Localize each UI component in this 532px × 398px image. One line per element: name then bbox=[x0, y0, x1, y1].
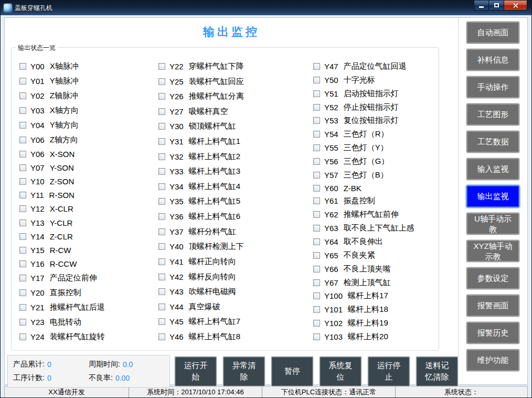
window-title: 盖板穿螺孔机 bbox=[15, 4, 52, 13]
output-checkbox[interactable] bbox=[313, 266, 320, 273]
action-button-pause[interactable]: 暂停 bbox=[271, 357, 313, 386]
output-checkbox[interactable] bbox=[19, 289, 26, 296]
output-checkbox[interactable] bbox=[19, 122, 26, 129]
output-checkbox[interactable] bbox=[19, 247, 26, 254]
output-checkbox[interactable] bbox=[313, 279, 320, 286]
sidebar-button-parameter-settings[interactable]: 参数设定 bbox=[466, 267, 519, 289]
output-label: 三色灯（G） bbox=[344, 156, 389, 166]
output-checkbox[interactable] bbox=[19, 219, 26, 226]
output-checkbox[interactable] bbox=[19, 178, 26, 185]
output-checkbox[interactable] bbox=[313, 197, 320, 204]
output-checkbox[interactable] bbox=[19, 164, 26, 171]
output-checkbox[interactable] bbox=[158, 108, 165, 115]
output-item-Y12: Y12 X-CLR bbox=[19, 204, 158, 213]
sidebar-button-refill-info[interactable]: 补料信息 bbox=[466, 49, 519, 71]
output-checkbox[interactable] bbox=[19, 63, 26, 70]
action-button-feed-memory-clear[interactable]: 送料记忆清除 bbox=[416, 357, 458, 386]
output-checkbox[interactable] bbox=[313, 172, 320, 179]
action-button-run-start[interactable]: 运行开始 bbox=[175, 357, 217, 386]
output-checkbox[interactable] bbox=[158, 274, 165, 280]
output-checkbox[interactable] bbox=[158, 258, 165, 265]
output-checkbox[interactable] bbox=[19, 107, 26, 114]
stat-process-count: 工序计数: 0 bbox=[13, 373, 89, 383]
sidebar-button-xyz-axis-teach[interactable]: XYZ轴手动示教 bbox=[466, 240, 519, 262]
output-checkbox[interactable] bbox=[313, 211, 320, 218]
output-checkbox[interactable] bbox=[158, 243, 165, 250]
output-checkbox[interactable] bbox=[158, 138, 165, 145]
output-checkbox[interactable] bbox=[158, 228, 165, 235]
action-button-run-stop[interactable]: 运行停止 bbox=[368, 357, 410, 386]
output-checkbox[interactable] bbox=[19, 205, 26, 212]
output-checkbox[interactable] bbox=[313, 292, 320, 299]
output-checkbox[interactable] bbox=[158, 198, 165, 205]
sidebar-button-auto-screen[interactable]: 自动画面 bbox=[466, 22, 519, 44]
output-checkbox[interactable] bbox=[19, 137, 26, 143]
output-checkbox[interactable] bbox=[158, 93, 165, 100]
output-checkbox[interactable] bbox=[158, 303, 165, 310]
output-code: Y14 bbox=[30, 232, 45, 241]
sidebar-button-process-graphics[interactable]: 工艺图形 bbox=[466, 103, 519, 125]
output-label: 推螺杆气缸后退 bbox=[50, 302, 105, 312]
output-checkbox[interactable] bbox=[313, 306, 320, 313]
output-checkbox[interactable] bbox=[313, 104, 320, 111]
output-checkbox[interactable] bbox=[158, 183, 165, 190]
sidebar-button-u-axis-teach[interactable]: U轴手动示教 bbox=[466, 213, 519, 235]
output-checkbox[interactable] bbox=[158, 123, 165, 130]
output-checkbox[interactable] bbox=[158, 78, 165, 85]
output-checkbox[interactable] bbox=[158, 333, 165, 340]
output-checkbox[interactable] bbox=[19, 192, 26, 198]
maximize-button[interactable] bbox=[489, 1, 504, 11]
stat-value: 0.00 bbox=[115, 374, 130, 382]
output-checkbox[interactable] bbox=[313, 131, 320, 138]
output-checkbox[interactable] bbox=[19, 275, 26, 281]
output-label: 推螺杆气缸前伸 bbox=[344, 210, 399, 219]
output-checkbox[interactable] bbox=[158, 213, 165, 220]
output-label: 停止按钮指示灯 bbox=[344, 102, 399, 112]
output-item-Y46: Y46 螺杆上料气缸8 bbox=[158, 332, 313, 342]
output-label: 螺杆上料气缸3 bbox=[189, 166, 240, 176]
output-checkbox[interactable] bbox=[158, 318, 165, 325]
output-item-Y103: Y103 螺杆上料20 bbox=[313, 332, 439, 342]
output-checkbox[interactable] bbox=[19, 151, 26, 158]
sidebar-button-alarm-screen[interactable]: 报警画面 bbox=[466, 295, 519, 317]
output-checkbox[interactable] bbox=[313, 238, 320, 245]
output-code: Y26 bbox=[169, 92, 184, 101]
output-checkbox[interactable] bbox=[158, 63, 165, 70]
output-label: Z轴脉冲 bbox=[50, 91, 78, 101]
action-button-error-clear[interactable]: 异常清除 bbox=[223, 357, 265, 386]
output-checkbox[interactable] bbox=[19, 304, 26, 311]
output-checkbox[interactable] bbox=[313, 117, 320, 124]
output-checkbox[interactable] bbox=[313, 225, 320, 232]
output-checkbox[interactable] bbox=[313, 333, 320, 340]
output-checkbox[interactable] bbox=[158, 168, 165, 175]
output-checkbox[interactable] bbox=[19, 319, 26, 326]
output-checkbox[interactable] bbox=[313, 320, 320, 327]
output-checkbox[interactable] bbox=[19, 92, 26, 99]
output-checkbox[interactable] bbox=[158, 288, 165, 295]
sidebar-button-maintenance[interactable]: 维护功能 bbox=[466, 349, 519, 371]
sidebar-button-process-data[interactable]: 工艺数据 bbox=[466, 131, 519, 153]
output-checkbox[interactable] bbox=[19, 78, 26, 85]
output-checkbox[interactable] bbox=[313, 185, 320, 192]
output-checkbox[interactable] bbox=[313, 252, 320, 259]
action-button-system-reset[interactable]: 系统复位 bbox=[320, 357, 361, 386]
sidebar-button-output-monitor[interactable]: 输出监视 bbox=[466, 185, 519, 207]
output-checkbox[interactable] bbox=[313, 90, 320, 97]
output-label: 螺杆正向转向 bbox=[189, 257, 236, 267]
output-checkbox[interactable] bbox=[19, 333, 26, 340]
sidebar-button-manual-operation[interactable]: 手动操作 bbox=[466, 76, 519, 98]
output-item-Y03: Y03 X轴方向 bbox=[19, 106, 158, 116]
output-checkbox[interactable] bbox=[19, 260, 26, 267]
output-checkbox[interactable] bbox=[19, 233, 26, 240]
output-checkbox[interactable] bbox=[313, 144, 320, 151]
output-checkbox[interactable] bbox=[313, 158, 320, 165]
sidebar-button-input-monitor[interactable]: 输入监视 bbox=[466, 158, 519, 180]
close-button[interactable] bbox=[504, 1, 527, 11]
output-checkbox[interactable] bbox=[313, 63, 320, 70]
output-label: Z-CLR bbox=[50, 232, 73, 241]
output-checkbox[interactable] bbox=[158, 153, 165, 160]
minimize-button[interactable] bbox=[474, 1, 489, 11]
groupbox-title: 输出状态一览 bbox=[16, 44, 58, 53]
sidebar-button-alarm-history[interactable]: 报警历史 bbox=[466, 322, 519, 344]
output-checkbox[interactable] bbox=[313, 77, 320, 83]
